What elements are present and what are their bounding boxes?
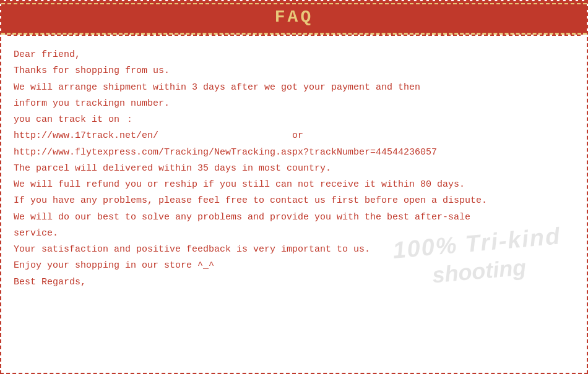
faq-title: FAQ	[275, 7, 313, 27]
line-1: Dear friend,	[14, 47, 574, 63]
main-container: FAQ Dear friend, Thanks for shopping fro…	[0, 0, 588, 374]
line-15: Best Regards,	[14, 274, 574, 291]
line-4: inform you trackingn number.	[14, 96, 574, 112]
line-7: http://www.flytexpress.com/Tracking/NewT…	[14, 145, 574, 161]
line-5: you can track it on ：	[14, 112, 574, 128]
line-9: We will full refund you or reship if you…	[14, 177, 574, 193]
line-12: service.	[14, 226, 574, 242]
line-13: Your satisfaction and positive feedback …	[14, 242, 574, 258]
line-6: http://www.17track.net/en/ or	[14, 128, 574, 144]
line-8: The parcel will delivered within 35 days…	[14, 161, 574, 177]
line-10: If you have any problems, please feel fr…	[14, 193, 574, 209]
line-2: Thanks for shopping from us.	[14, 63, 574, 79]
faq-header: FAQ	[1, 1, 587, 35]
line-14: Enjoy your shopping in our store ^_^	[14, 258, 574, 274]
line-3: We will arrange shipment within 3 days a…	[14, 80, 574, 96]
line-11: We will do our best to solve any problem…	[14, 210, 574, 226]
content-area: Dear friend, Thanks for shopping from us…	[1, 36, 587, 297]
